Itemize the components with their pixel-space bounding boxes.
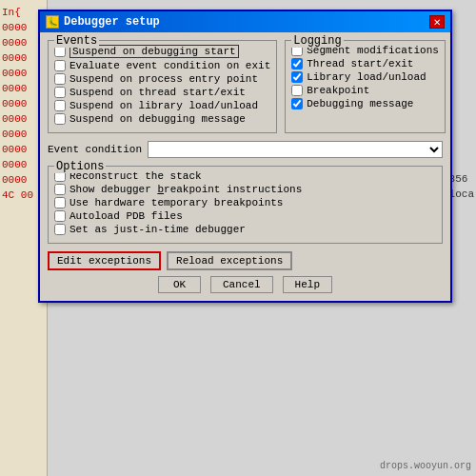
options-group-title: Options: [54, 160, 106, 173]
close-button[interactable]: ✕: [429, 15, 445, 29]
event-condition-label: Event condition: [48, 144, 142, 155]
check-hw-breakpoints: Use hardware temporary breakpoints: [54, 197, 436, 208]
checkbox-log-library[interactable]: [291, 71, 303, 83]
checkbox-suspend-thread[interactable]: [54, 87, 66, 98]
events-group-title: Events: [54, 34, 99, 48]
label-suspend-library: Suspend on library load/unload: [69, 100, 258, 111]
top-sections: Events Suspend on debugging start Evalua…: [48, 40, 443, 133]
options-group: Options Reconstruct the stack Show debug…: [48, 166, 443, 244]
ok-button[interactable]: OK: [158, 276, 201, 293]
check-log-breakpoint: Breakpoint: [291, 85, 439, 96]
checkbox-eval-exit[interactable]: [54, 60, 66, 71]
check-eval-exit: Evaluate event condition on exit: [54, 60, 270, 71]
checkbox-show-breakpoint[interactable]: [54, 184, 66, 195]
check-show-breakpoint: Show debugger breakpoint instructions: [54, 184, 436, 195]
check-jit: Set as just-in-time debugger: [54, 224, 436, 235]
checkbox-log-debug-msg[interactable]: [291, 98, 303, 109]
edit-exceptions-button[interactable]: Edit exceptions: [48, 251, 161, 270]
bottom-buttons: OK Cancel Help: [48, 276, 443, 293]
check-autoload-pdb: Autoload PDB files: [54, 210, 436, 222]
label-log-thread: Thread start/exit: [307, 58, 413, 69]
event-condition-row: Event condition: [48, 141, 443, 158]
label-jit: Set as just-in-time debugger: [69, 224, 246, 235]
checkbox-log-thread[interactable]: [291, 58, 303, 69]
cancel-button[interactable]: Cancel: [210, 276, 273, 293]
dialog-title: Debugger setup: [64, 15, 160, 29]
debugger-setup-dialog: 🐛 Debugger setup ✕ Events Suspend on deb…: [38, 10, 452, 303]
logging-group-title: Logging: [291, 34, 343, 48]
label-log-library: Library load/unload: [307, 71, 426, 83]
title-bar-left: 🐛 Debugger setup: [46, 15, 160, 29]
dialog-title-bar: 🐛 Debugger setup ✕: [40, 11, 450, 32]
help-button[interactable]: Help: [283, 276, 332, 293]
label-suspend-message: Suspend on debugging message: [69, 113, 246, 125]
check-log-thread: Thread start/exit: [291, 58, 439, 69]
checkbox-hw-breakpoints[interactable]: [54, 197, 66, 208]
events-group: Events Suspend on debugging start Evalua…: [48, 40, 277, 133]
label-suspend-thread: Suspend on thread start/exit: [69, 87, 246, 98]
dialog-icon: 🐛: [46, 15, 59, 29]
check-suspend-thread: Suspend on thread start/exit: [54, 87, 270, 98]
label-hw-breakpoints: Use hardware temporary breakpoints: [69, 197, 283, 208]
right-accent-text: 856 loca: [449, 171, 474, 202]
checkbox-log-breakpoint[interactable]: [291, 85, 303, 96]
dialog-body: Events Suspend on debugging start Evalua…: [40, 32, 450, 301]
label-autoload-pdb: Autoload PDB files: [69, 210, 183, 222]
check-reconstruct: Reconstruct the stack: [54, 170, 436, 182]
check-log-debug-msg: Debugging message: [291, 98, 439, 109]
label-eval-exit: Evaluate event condition on exit: [69, 60, 270, 71]
label-show-breakpoint: Show debugger breakpoint instructions: [69, 184, 302, 195]
exception-buttons-row: Edit exceptions Reload exceptions: [48, 251, 443, 270]
watermark: drops.wooyun.org: [380, 461, 471, 471]
check-log-library: Library load/unload: [291, 71, 439, 83]
checkbox-suspend-process[interactable]: [54, 73, 66, 85]
label-log-breakpoint: Breakpoint: [307, 85, 369, 96]
checkbox-suspend-message[interactable]: [54, 113, 66, 125]
check-suspend-process: Suspend on process entry point: [54, 73, 270, 85]
logging-group: Logging Segment modifications Thread sta…: [285, 40, 446, 133]
reload-exceptions-button[interactable]: Reload exceptions: [167, 251, 292, 270]
event-condition-select[interactable]: [148, 141, 443, 158]
checkbox-suspend-library[interactable]: [54, 100, 66, 111]
checkbox-jit[interactable]: [54, 224, 66, 235]
checkbox-autoload-pdb[interactable]: [54, 210, 66, 222]
check-suspend-library: Suspend on library load/unload: [54, 100, 270, 111]
check-suspend-message: Suspend on debugging message: [54, 113, 270, 125]
label-log-debug-msg: Debugging message: [307, 98, 413, 109]
label-suspend-process: Suspend on process entry point: [69, 73, 258, 85]
